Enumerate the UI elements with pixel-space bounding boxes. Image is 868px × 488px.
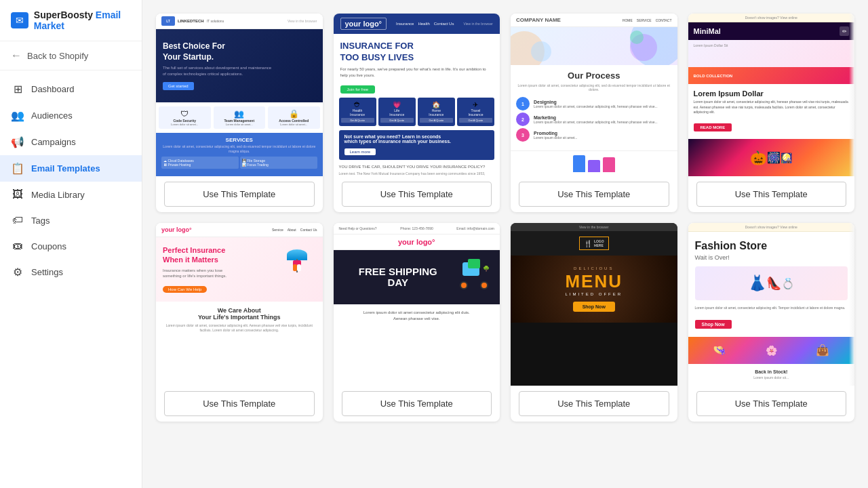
sidebar-item-settings[interactable]: ⚙ Settings xyxy=(0,259,142,285)
template-card-free-shipping: Need Help or Questions? Phone: 123-456-7… xyxy=(334,223,500,422)
main-content: LT LINKEDTECH IT solutions View in the b… xyxy=(142,0,868,488)
sidebar: ✉ SuperBoosty Email Market ← Back to Sho… xyxy=(0,0,142,488)
coupons-icon: 🎟 xyxy=(11,240,24,252)
sidebar-item-coupons[interactable]: 🎟 Coupons xyxy=(0,233,142,259)
sidebar-label-media-library: Media Library xyxy=(31,190,85,200)
use-template-btn-insurance-blue[interactable]: Use This Template xyxy=(342,182,492,207)
use-template-btn-company[interactable]: Use This Template xyxy=(519,182,669,207)
sidebar-nav: ⊞ Dashboard 👥 Audiences 📢 Campaigns 📋 Em… xyxy=(0,70,142,488)
template-preview-free-shipping: Need Help or Questions? Phone: 123-456-7… xyxy=(334,223,500,386)
sidebar-item-audiences[interactable]: 👥 Audiences xyxy=(0,102,142,129)
sidebar-label-coupons: Coupons xyxy=(31,241,66,251)
use-template-btn-it-tech[interactable]: Use This Template xyxy=(164,182,315,207)
template-card-fashion-store: Doesn't show images? View online Fashion… xyxy=(688,223,855,422)
templates-grid-row2: your logo° Service About Contact Us Perf… xyxy=(156,223,854,422)
template-preview-insurance-blue: your logo° Insurance Health Contact Us V… xyxy=(334,14,500,176)
use-template-btn-fashion-dark[interactable]: Use This Template xyxy=(696,182,847,207)
template-preview-restaurant-menu: View in the browser 🍴 LOGO HERE xyxy=(511,223,677,386)
template-card-company: COMPANY NAME HOME SERVICE CONTACT xyxy=(511,14,677,212)
sidebar-item-email-templates[interactable]: 📋 Email Templates xyxy=(0,155,142,182)
sidebar-label-dashboard: Dashboard xyxy=(31,84,75,94)
logo-icon: ✉ xyxy=(11,12,28,28)
template-card-it-tech: LT LINKEDTECH IT solutions View in the b… xyxy=(156,14,323,212)
template-preview-fashion-store: Doesn't show images? View online Fashion… xyxy=(688,223,855,386)
sidebar-label-settings: Settings xyxy=(31,267,63,277)
back-arrow-icon: ← xyxy=(11,49,22,62)
settings-icon: ⚙ xyxy=(11,266,24,279)
use-template-btn-free-shipping[interactable]: Use This Template xyxy=(342,391,492,416)
template-card-insurance-pink: your logo° Service About Contact Us Perf… xyxy=(156,223,323,422)
template-card-restaurant-menu: View in the browser 🍴 LOGO HERE xyxy=(511,223,677,422)
sidebar-item-media-library[interactable]: 🖼 Media Library xyxy=(0,182,142,207)
use-template-btn-fashion-store[interactable]: Use This Template xyxy=(696,391,847,416)
sidebar-label-audiences: Audiences xyxy=(31,110,73,121)
back-label: Back to Shopify xyxy=(27,51,88,61)
tags-icon: 🏷 xyxy=(11,214,24,226)
app-logo: ✉ SuperBoosty Email Market xyxy=(0,0,142,41)
use-template-btn-restaurant-menu[interactable]: Use This Template xyxy=(519,391,669,416)
template-preview-fashion-dark: Doesn't show images? View online MiniMal… xyxy=(688,14,855,176)
email-templates-icon: 📋 xyxy=(11,162,24,175)
template-card-fashion-dark: Doesn't show images? View online MiniMal… xyxy=(688,14,855,212)
templates-grid-row1: LT LINKEDTECH IT solutions View in the b… xyxy=(156,14,854,212)
dashboard-icon: ⊞ xyxy=(11,83,24,96)
media-library-icon: 🖼 xyxy=(11,188,24,201)
sidebar-label-campaigns: Campaigns xyxy=(31,137,76,147)
campaigns-icon: 📢 xyxy=(11,136,24,148)
template-preview-company: COMPANY NAME HOME SERVICE CONTACT xyxy=(511,14,677,176)
sidebar-item-tags[interactable]: 🏷 Tags xyxy=(0,207,142,233)
template-preview-insurance-pink: your logo° Service About Contact Us Perf… xyxy=(156,223,323,386)
sidebar-label-email-templates: Email Templates xyxy=(31,163,100,174)
app-name: SuperBoosty Email Market xyxy=(34,9,131,31)
template-card-insurance-blue: your logo° Insurance Health Contact Us V… xyxy=(334,14,500,212)
audiences-icon: 👥 xyxy=(11,109,24,122)
back-to-shopify[interactable]: ← Back to Shopify xyxy=(0,41,142,70)
sidebar-item-dashboard[interactable]: ⊞ Dashboard xyxy=(0,76,142,102)
sidebar-item-campaigns[interactable]: 📢 Campaigns xyxy=(0,129,142,155)
template-preview-it-tech: LT LINKEDTECH IT solutions View in the b… xyxy=(156,14,323,176)
sidebar-label-tags: Tags xyxy=(31,216,50,226)
use-template-btn-insurance-pink[interactable]: Use This Template xyxy=(164,391,315,416)
